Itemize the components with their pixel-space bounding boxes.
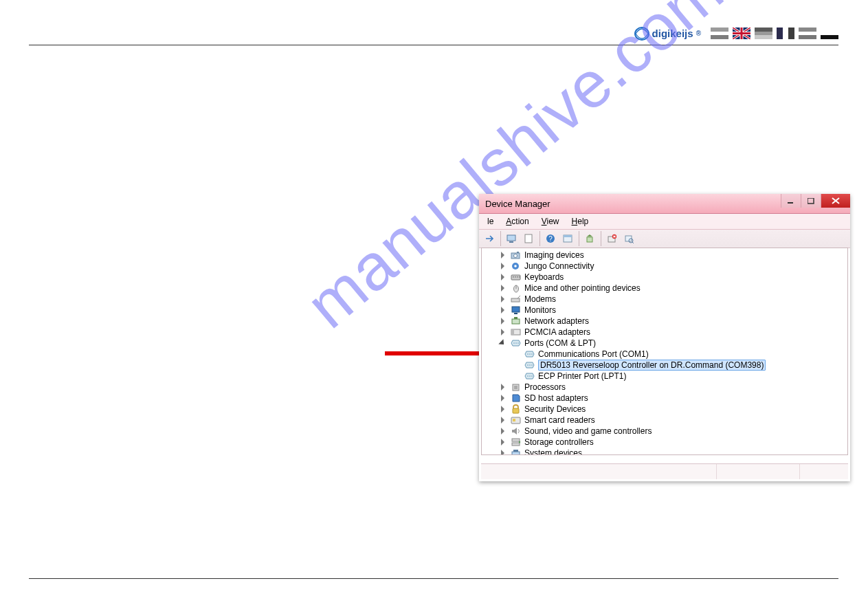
svg-rect-59 xyxy=(512,443,520,446)
tree-node[interactable]: Storage controllers xyxy=(482,437,847,448)
flag-gray[interactable] xyxy=(799,28,816,39)
expander-closed-icon[interactable] xyxy=(500,450,507,455)
tree-node[interactable]: Network adapters xyxy=(482,316,847,327)
tool-prop-icon[interactable] xyxy=(559,230,576,247)
status-cell xyxy=(800,464,848,479)
flag-fr[interactable] xyxy=(777,28,794,39)
close-button[interactable] xyxy=(821,194,850,208)
tree-node[interactable]: Jungo Connectivity xyxy=(482,261,847,272)
svg-rect-58 xyxy=(512,439,520,441)
tree-node[interactable]: Mice and other pointing devices xyxy=(482,283,847,294)
svg-point-46 xyxy=(531,353,533,355)
svg-rect-54 xyxy=(514,386,518,389)
tree-node-label: Monitors xyxy=(524,305,556,315)
keyboard-icon xyxy=(511,272,522,282)
svg-rect-61 xyxy=(513,450,518,452)
svg-point-23 xyxy=(514,254,518,258)
svg-point-47 xyxy=(527,364,528,366)
tree-node[interactable]: Keyboards xyxy=(482,272,847,283)
tree-node[interactable]: Security Devices xyxy=(482,404,847,415)
storage-icon xyxy=(511,437,522,447)
tool-forward-icon[interactable] xyxy=(481,230,498,247)
port-icon xyxy=(524,360,535,370)
svg-text:?: ? xyxy=(548,235,553,243)
tree-node[interactable]: Smart card readers xyxy=(482,415,847,426)
tree-node[interactable]: PCMCIA adapters xyxy=(482,327,847,338)
tree-node[interactable]: SD host adapters xyxy=(482,393,847,404)
tree-node[interactable]: Processors xyxy=(482,382,847,393)
expander-closed-icon[interactable] xyxy=(500,395,507,402)
tree-node-label: Communications Port (COM1) xyxy=(538,349,649,359)
port-icon xyxy=(511,338,522,348)
tree-node-label: Jungo Connectivity xyxy=(524,261,594,271)
tree-node-label: PCMCIA adapters xyxy=(524,327,590,337)
svg-rect-31 xyxy=(519,276,520,278)
tree-node[interactable]: Monitors xyxy=(482,305,847,316)
tool-scan-icon[interactable] xyxy=(621,230,637,247)
title-bar[interactable]: Device Manager xyxy=(479,194,850,214)
svg-rect-40 xyxy=(511,329,514,335)
expander-closed-icon[interactable] xyxy=(500,329,507,336)
menu-bar: le Action View Help xyxy=(479,214,850,230)
svg-point-52 xyxy=(531,375,533,377)
expander-closed-icon[interactable] xyxy=(500,384,507,391)
tree-node[interactable]: Communications Port (COM1) xyxy=(482,349,847,360)
flag-nl[interactable] xyxy=(711,28,728,39)
smart-icon xyxy=(511,415,522,425)
port-icon xyxy=(524,349,535,359)
expander-closed-icon[interactable] xyxy=(500,406,507,413)
gear-icon xyxy=(511,261,522,271)
tool-computer-icon[interactable] xyxy=(503,230,520,247)
flag-de[interactable] xyxy=(755,28,772,39)
tool-page-icon[interactable] xyxy=(520,230,537,247)
device-tree[interactable]: Imaging devicesJungo ConnectivityKeyboar… xyxy=(481,248,848,455)
tree-node[interactable]: Imaging devices xyxy=(482,250,847,261)
expander-closed-icon[interactable] xyxy=(500,417,507,424)
brand-text: digikeijs xyxy=(652,28,693,39)
svg-point-26 xyxy=(514,265,517,267)
tool-uninstall-icon[interactable] xyxy=(603,230,620,247)
expander-closed-icon[interactable] xyxy=(500,296,507,303)
svg-rect-56 xyxy=(511,417,520,424)
tree-node-label: Network adapters xyxy=(524,316,589,326)
device-manager-window: Device Manager le Action View Help xyxy=(479,194,850,481)
expander-closed-icon[interactable] xyxy=(500,274,507,281)
window-buttons xyxy=(781,194,850,209)
expander-closed-icon[interactable] xyxy=(500,318,507,325)
menu-action[interactable]: Action xyxy=(500,216,534,227)
expander-closed-icon[interactable] xyxy=(500,439,507,446)
expander-closed-icon[interactable] xyxy=(500,307,507,314)
svg-point-50 xyxy=(527,375,528,377)
tree-node[interactable]: DR5013 Reverseloop Controller on DR.Comm… xyxy=(482,360,847,371)
mouse-icon xyxy=(511,283,522,293)
expander-open-icon[interactable] xyxy=(500,340,507,347)
tree-node[interactable]: Ports (COM & LPT) xyxy=(482,338,847,349)
menu-help[interactable]: Help xyxy=(566,216,594,227)
toolbar: ? xyxy=(479,230,850,248)
tool-update-icon[interactable] xyxy=(581,230,598,247)
tree-node-label: Security Devices xyxy=(524,404,586,414)
lock-icon xyxy=(511,404,522,414)
svg-rect-55 xyxy=(513,408,519,413)
flag-uk[interactable] xyxy=(733,28,750,39)
svg-rect-38 xyxy=(514,317,518,319)
tree-node-label: Storage controllers xyxy=(524,437,594,447)
maximize-button[interactable] xyxy=(801,194,821,208)
svg-rect-16 xyxy=(564,235,572,237)
tool-help-icon[interactable]: ? xyxy=(542,230,559,247)
expander-closed-icon[interactable] xyxy=(500,263,507,270)
tree-node[interactable]: Sound, video and game controllers xyxy=(482,426,847,437)
tree-node-label: Mice and other pointing devices xyxy=(524,283,641,293)
expander-closed-icon[interactable] xyxy=(500,252,507,259)
minimize-button[interactable] xyxy=(781,194,801,208)
svg-rect-11 xyxy=(509,241,513,243)
expander-closed-icon[interactable] xyxy=(500,428,507,435)
expander-closed-icon[interactable] xyxy=(500,285,507,292)
flag-bw[interactable] xyxy=(821,28,838,39)
tree-node[interactable]: System devices xyxy=(482,448,847,455)
menu-view[interactable]: View xyxy=(536,216,565,227)
tree-node[interactable]: ECP Printer Port (LPT1) xyxy=(482,371,847,382)
menu-file-partial[interactable]: le xyxy=(482,216,499,227)
tree-node-label: System devices xyxy=(524,448,582,455)
tree-node[interactable]: Modems xyxy=(482,294,847,305)
